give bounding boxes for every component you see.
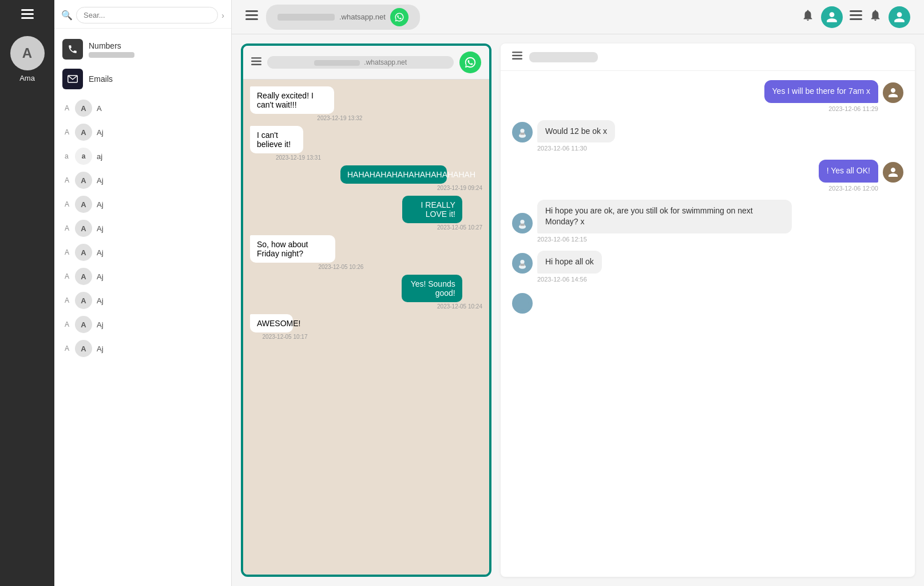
svg-rect-0 (21, 9, 34, 11)
header-menu-icon-right[interactable] (850, 10, 862, 23)
list-item[interactable]: a a aj (54, 144, 231, 168)
list-item[interactable]: A A Aj (54, 336, 231, 361)
wa-message-2: I can't believe it! 2023-12-19 13:31 (250, 126, 321, 161)
right-panel-menu-icon[interactable] (512, 52, 522, 62)
rc-avatar-received-4 (512, 213, 533, 233)
wa-bubble-received-1: Really excited! I can't wait!!! (250, 86, 334, 114)
bell-icon[interactable] (802, 9, 814, 26)
wa-message-4: I REALLY LOVE it! 2023-12-05 10:27 (402, 196, 482, 231)
search-bar: 🔍 › (54, 0, 231, 29)
rc-avatar-partial (512, 293, 533, 314)
main-area: .whatsapp.net (232, 0, 924, 586)
svg-point-22 (520, 220, 524, 224)
rc-avatar-sent-1 (883, 82, 903, 103)
right-panel: Yes I will be there for 7am x 2023-12-06… (501, 43, 915, 577)
sidebar-menu-icon[interactable] (21, 9, 34, 22)
wa-logo (459, 52, 481, 73)
svg-rect-25 (520, 224, 524, 225)
numbers-section: Numbers Emails (54, 29, 231, 96)
svg-rect-6 (245, 18, 258, 20)
whatsapp-panel: .whatsapp.net Really excited! I can't wa… (232, 34, 501, 586)
rc-message-5: Hi hope all ok 2023-12-06 14:56 (512, 251, 903, 283)
search-icon: 🔍 (61, 10, 73, 21)
bell-icon-right[interactable] (869, 9, 882, 26)
sidebar-avatar-name: Ama (19, 74, 35, 82)
rc-time-1: 2023-12-06 11:29 (512, 105, 903, 112)
rc-message-4: Hi hope you are ok, are you still ok for… (512, 200, 903, 243)
content-area: .whatsapp.net Really excited! I can't wa… (232, 34, 924, 586)
list-item[interactable]: A A Aj (54, 312, 231, 336)
rc-bubble-row-2: Would 12 be ok x (512, 120, 903, 143)
svg-rect-13 (512, 52, 522, 53)
list-item[interactable]: A A Aj (54, 216, 231, 240)
wa-message-6: Yes! Sounds good! 2023-12-05 10:24 (402, 275, 482, 310)
wa-message-7: AWESOME! 2023-12-05 10:17 (250, 314, 308, 340)
wa-chat-area: Really excited! I can't wait!!! 2023-12-… (243, 80, 489, 575)
rc-time-3: 2023-12-06 12:00 (512, 185, 903, 192)
rc-bubble-sent-3: ! Yes all OK! (819, 160, 878, 183)
rc-bubble-sent-1: Yes I will be there for 7am x (764, 80, 878, 103)
wa-bubble-received-5: So, how about Friday night? (250, 235, 335, 263)
phone-icon (62, 39, 83, 60)
rc-time-4: 2023-12-06 12:15 (512, 236, 903, 243)
list-item[interactable]: A A Aj (54, 288, 231, 312)
rc-message-3: ! Yes all OK! 2023-12-06 12:00 (512, 160, 903, 192)
list-item[interactable]: A A Aj (54, 192, 231, 216)
svg-rect-12 (251, 64, 261, 65)
sidebar-avatar[interactable]: A (10, 36, 45, 70)
header-url-bar: .whatsapp.net (266, 5, 420, 30)
url-text: .whatsapp.net (339, 13, 386, 21)
svg-rect-2 (21, 17, 34, 19)
svg-rect-14 (512, 55, 522, 56)
svg-rect-4 (245, 10, 258, 12)
svg-rect-30 (520, 264, 524, 266)
rc-partial-avatar (512, 293, 903, 314)
wa-menu-icon[interactable] (251, 57, 261, 68)
numbers-item[interactable]: Numbers (62, 34, 223, 64)
rc-bubble-received-4: Hi hope you are ok, are you still ok for… (537, 200, 792, 233)
right-panel-contact-name (529, 52, 598, 62)
svg-rect-8 (850, 14, 862, 16)
svg-rect-1 (21, 13, 34, 15)
right-panel-header (501, 43, 915, 71)
svg-rect-20 (520, 133, 524, 134)
wa-bubble-received-7: AWESOME! (250, 314, 293, 332)
list-item[interactable]: A A Aj (54, 240, 231, 264)
header-menu-icon[interactable] (245, 10, 258, 23)
rc-bubble-row-3: ! Yes all OK! (512, 160, 903, 183)
svg-point-31 (516, 297, 529, 310)
top-header: .whatsapp.net (232, 0, 924, 34)
numbers-label: Numbers (89, 41, 134, 50)
numbers-sub (89, 52, 134, 58)
list-item[interactable]: A A Aj (54, 264, 231, 288)
emails-item[interactable]: Emails (62, 64, 223, 94)
contacts-panel: 🔍 › Numbers Emails (54, 0, 232, 586)
header-left: .whatsapp.net (245, 5, 420, 30)
svg-point-27 (520, 259, 524, 263)
wa-message-1: Really excited! I can't wait!!! 2023-12-… (250, 86, 362, 121)
collapse-icon[interactable]: › (221, 11, 224, 20)
header-right (802, 6, 910, 28)
wa-bubble-received-2: I can't believe it! (250, 126, 303, 153)
wa-message-3: HAHAHAHAHAHAHAHAHAHAHAH 2023-12-19 09:24 (340, 165, 482, 191)
wa-header: .whatsapp.net (243, 46, 489, 80)
user-avatar-header[interactable] (821, 6, 843, 28)
svg-rect-15 (512, 58, 522, 60)
wa-bubble-sent-4: I REALLY LOVE it! (402, 196, 462, 223)
wa-message-5: So, how about Friday night? 2023-12-05 1… (250, 235, 363, 270)
rc-time-5: 2023-12-06 14:56 (512, 276, 903, 283)
list-item[interactable]: A A A (54, 96, 231, 120)
list-item[interactable]: A A Aj (54, 168, 231, 192)
sidebar: A Ama (0, 0, 54, 586)
email-icon (62, 69, 83, 89)
rc-bubble-row-5: Hi hope all ok (512, 251, 903, 274)
wa-bubble-sent-3: HAHAHAHAHAHAHAHAHAHAHAH (340, 165, 447, 184)
user-avatar-header-right[interactable] (889, 6, 910, 28)
search-input[interactable] (76, 7, 218, 23)
list-item[interactable]: A A Aj (54, 120, 231, 144)
right-chat-area: Yes I will be there for 7am x 2023-12-06… (501, 71, 915, 577)
svg-point-17 (520, 129, 524, 133)
rc-message-1: Yes I will be there for 7am x 2023-12-06… (512, 80, 903, 112)
rc-bubble-received-5: Hi hope all ok (537, 251, 602, 274)
wa-url-bar: .whatsapp.net (267, 56, 454, 69)
